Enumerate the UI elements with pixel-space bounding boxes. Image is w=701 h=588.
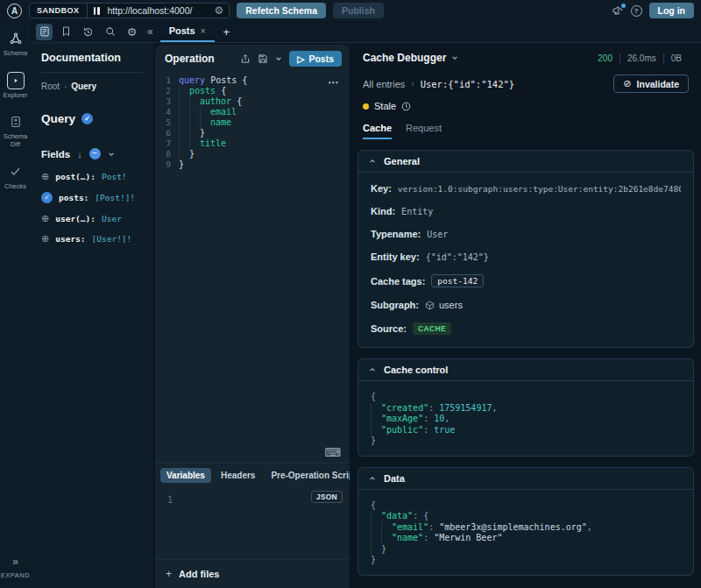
tab-request[interactable]: Request <box>406 123 442 139</box>
chevron-up-icon <box>369 366 376 373</box>
editor-menu-icon[interactable]: ⋯ <box>328 76 339 89</box>
explorer-toolbar: ⚙ « Posts × + <box>31 21 701 43</box>
stale-label: Stale <box>374 101 396 111</box>
response-view-dropdown[interactable]: Cache Debugger <box>363 52 458 64</box>
sidebar-item-label: Explorer <box>4 92 28 100</box>
deselect-all-icon[interactable]: − <box>89 148 101 159</box>
tab-close-icon[interactable]: × <box>201 26 206 36</box>
chevron-down-icon <box>451 54 458 61</box>
fields-label: Fields <box>41 149 70 159</box>
field-row[interactable]: ⊕users:[User!]! <box>41 234 143 244</box>
field-selected-check-icon[interactable]: ✓ <box>41 192 53 203</box>
sidebar-item-explorer[interactable]: Explorer <box>0 72 31 100</box>
indent-guide <box>381 522 392 534</box>
field-name: posts: <box>59 193 89 202</box>
line-number: 6 <box>155 128 171 138</box>
cube-icon <box>425 301 435 310</box>
add-files-button[interactable]: + Add files <box>155 559 350 588</box>
cache-tag-chip[interactable]: post-142 <box>431 274 484 287</box>
stale-dot-icon <box>363 103 369 110</box>
sidebar-item-label: Checks <box>4 183 26 191</box>
field-name: users: <box>55 234 85 244</box>
checks-icon <box>7 163 25 181</box>
field-row[interactable]: ⊕user(…):User <box>41 214 143 223</box>
cache-request-tabs: CacheRequest <box>358 111 694 139</box>
endpoint-settings-gear-icon[interactable]: ⚙ <box>209 4 230 17</box>
field-type[interactable]: [User!]! <box>92 234 132 244</box>
sidebar-item-checks[interactable]: Checks <box>0 163 31 191</box>
tab-variables[interactable]: Variables <box>160 468 211 483</box>
announcements-megaphone-icon[interactable] <box>612 5 624 16</box>
help-icon[interactable]: ? <box>631 5 642 17</box>
tab-posts[interactable]: Posts × <box>160 21 215 42</box>
general-row: Entity key:{"id":"142"} <box>371 251 681 262</box>
field-row[interactable]: ⊕post(…):Post! <box>41 172 143 181</box>
cache-control-json: {"created": 1759154917,"maxAge": 10,"pub… <box>358 381 693 456</box>
saved-operations-bookmark-icon[interactable] <box>58 24 74 40</box>
operation-editor[interactable]: 1query Posts {2posts {3author {4email5na… <box>155 71 350 444</box>
add-field-icon[interactable]: ⊕ <box>41 214 49 223</box>
operation-bottom-panel: VariablesHeadersPre-Operation ScriptPost… <box>155 463 350 588</box>
search-icon[interactable] <box>102 24 118 40</box>
expand-icon: » <box>12 556 18 568</box>
code-line: { <box>371 500 681 512</box>
cache-control-card-header[interactable]: Cache control <box>358 359 693 381</box>
code-line: { <box>371 392 681 403</box>
code-line: } <box>371 436 681 447</box>
pause-icon[interactable] <box>94 7 100 15</box>
add-field-icon[interactable]: ⊕ <box>41 172 49 181</box>
general-label: Kind: <box>371 206 395 216</box>
data-card-header[interactable]: Data <box>358 468 693 490</box>
breadcrumb-root[interactable]: Root <box>41 81 60 91</box>
documentation-icon[interactable] <box>36 24 53 40</box>
invalidate-label: Invalidate <box>637 79 679 89</box>
code-line: "data": { <box>371 511 681 522</box>
refetch-schema-button[interactable]: Refetch Schema <box>237 3 326 18</box>
run-operation-button[interactable]: ▷ Posts <box>289 51 342 67</box>
sidebar-item-label: Schema <box>4 50 28 58</box>
save-chevron-down-icon[interactable] <box>275 55 282 62</box>
indent-guide <box>371 511 381 522</box>
history-icon[interactable] <box>80 24 96 40</box>
field-type[interactable]: [Post!]! <box>95 193 135 202</box>
general-value: {"id":"142"} <box>426 252 489 262</box>
response-duration: 26.0ms <box>620 53 663 63</box>
settings-gear-icon[interactable]: ⚙ <box>124 24 140 40</box>
field-type[interactable]: User <box>102 214 122 223</box>
expand-rail-button[interactable]: » EXPAND <box>1 556 30 588</box>
publish-button[interactable]: Publish <box>333 3 384 18</box>
new-tab-button[interactable]: + <box>216 21 237 42</box>
add-field-icon[interactable]: ⊕ <box>41 234 49 244</box>
share-icon[interactable] <box>240 53 251 64</box>
endpoint-url-input[interactable] <box>106 4 209 17</box>
collapse-panel-icon[interactable]: « <box>142 21 159 42</box>
sidebar-item-schema-diff[interactable]: Schema Diff <box>0 113 31 148</box>
general-card-header[interactable]: General <box>358 151 693 173</box>
add-files-label: Add files <box>179 569 219 579</box>
operation-title: Operation <box>165 53 233 65</box>
variables-editor[interactable]: 1 JSON <box>155 487 350 528</box>
login-button[interactable]: Log in <box>649 3 695 18</box>
general-card-title: General <box>384 156 420 166</box>
cache-debugger-panel: Cache Debugger 200 26.0ms 0B All entries… <box>350 43 701 588</box>
field-row[interactable]: ✓posts:[Post!]! <box>41 192 143 203</box>
clock-icon[interactable] <box>401 102 411 111</box>
explorer-icon <box>7 72 25 89</box>
invalidate-button[interactable]: ⊘ Invalidate <box>613 74 689 93</box>
all-entries-link[interactable]: All entries <box>363 79 405 89</box>
subgraph-name: users <box>439 300 463 310</box>
tab-headers[interactable]: Headers <box>215 468 261 483</box>
save-icon[interactable] <box>258 53 268 64</box>
line-number: 1 <box>155 75 171 86</box>
indent-guide <box>200 107 210 117</box>
general-card: General Key:version:1.0:subgraph:users:t… <box>358 150 694 348</box>
sidebar-item-schema[interactable]: Schema <box>0 30 31 58</box>
indent-guide <box>179 149 189 159</box>
field-type[interactable]: Post! <box>102 172 127 181</box>
sort-fields-icon[interactable]: ↓ <box>77 149 82 159</box>
chevron-down-icon[interactable] <box>108 151 115 158</box>
tab-cache[interactable]: Cache <box>363 123 392 139</box>
keyboard-shortcuts-icon[interactable]: ⌨ <box>324 446 341 459</box>
tab-pre-operation-script[interactable]: Pre-Operation Script <box>265 468 350 483</box>
data-card: Data {"data": {"email": "mbeer3x@simplem… <box>358 467 694 576</box>
